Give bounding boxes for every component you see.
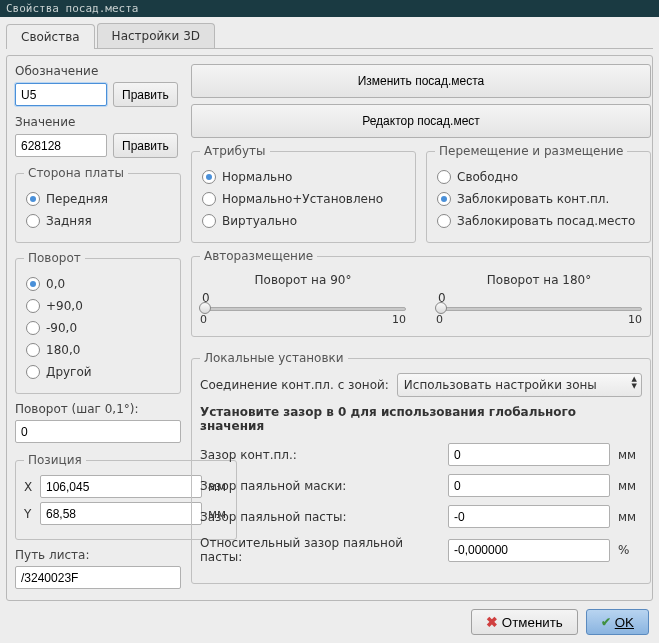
autoplace-legend: Авторазмещение (200, 249, 317, 263)
radio-dot-icon (437, 214, 451, 228)
paste-ratio-unit: % (618, 543, 642, 557)
side-front-radio[interactable]: Передняя (24, 188, 172, 210)
rot90-label: Поворот на 90° (200, 273, 406, 287)
sheet-path-label: Путь листа: (15, 548, 181, 562)
radio-dot-icon (437, 192, 451, 206)
designation-edit-button[interactable]: Править (113, 82, 178, 107)
radio-dot-icon (202, 214, 216, 228)
designation-label: Обозначение (15, 64, 181, 78)
slider-thumb-icon (435, 302, 447, 314)
radio-dot-icon (26, 299, 40, 313)
pos-y-label: Y (24, 507, 36, 521)
rotation-step-label: Поворот (шаг 0,1°): (15, 402, 181, 416)
tab-properties[interactable]: Свойства (6, 24, 95, 49)
mask-clearance-input[interactable] (448, 474, 610, 497)
spinner-icon: ▲▼ (632, 376, 637, 390)
attr-normal-installed-radio[interactable]: Нормально+Установлено (200, 188, 407, 210)
tab-bar: Свойства Настройки 3D (6, 23, 653, 49)
window-title: Свойства посад.места (6, 2, 138, 15)
paste-clearance-label: Зазор паяльной пасты: (200, 510, 440, 524)
title-bar: Свойства посад.места (0, 0, 659, 17)
radio-dot-icon (26, 321, 40, 335)
footprint-editor-button[interactable]: Редактор посад.мест (191, 104, 651, 138)
radio-dot-icon (26, 343, 40, 357)
autoplace-group: Авторазмещение Поворот на 90° 0 010 Пово… (191, 249, 651, 337)
pos-x-input[interactable] (40, 475, 202, 498)
designation-input[interactable] (15, 83, 107, 106)
zone-conn-label: Соединение конт.пл. с зоной: (200, 378, 389, 392)
rot-180-radio[interactable]: 180,0 (24, 339, 172, 361)
ok-icon: ✔ (601, 615, 611, 629)
rotation-group: Поворот 0,0 +90,0 -90,0 180,0 Другой (15, 251, 181, 394)
ok-button[interactable]: ✔ OK (586, 609, 649, 635)
pos-y-input[interactable] (40, 502, 202, 525)
rot180-value: 0 (438, 291, 642, 305)
pos-x-label: X (24, 480, 36, 494)
tab-content: Обозначение Править Значение Править Сто… (6, 55, 653, 601)
radio-dot-icon (202, 192, 216, 206)
attributes-group: Атрибуты Нормально Нормально+Установлено… (191, 144, 416, 243)
radio-dot-icon (437, 170, 451, 184)
rotation-step-input[interactable] (15, 420, 181, 443)
tab-settings-3d[interactable]: Настройки 3D (97, 23, 215, 48)
rot-other-radio[interactable]: Другой (24, 361, 172, 383)
move-lock-pad-radio[interactable]: Заблокировать конт.пл. (435, 188, 642, 210)
change-footprint-button[interactable]: Изменить посад.места (191, 64, 651, 98)
paste-clearance-unit: мм (618, 510, 642, 524)
local-settings-group: Локальные установки Соединение конт.пл. … (191, 351, 651, 584)
dialog-button-bar: ✖ Отменить ✔ OK (6, 601, 653, 637)
slider-thumb-icon (199, 302, 211, 314)
rot90-max: 10 (392, 313, 406, 326)
cancel-icon: ✖ (486, 614, 498, 630)
cancel-button[interactable]: ✖ Отменить (471, 609, 578, 635)
local-settings-legend: Локальные установки (200, 351, 348, 365)
paste-ratio-input[interactable] (448, 539, 610, 562)
move-lock-fp-radio[interactable]: Заблокировать посад.место (435, 210, 642, 232)
position-legend: Позиция (24, 453, 86, 467)
mask-clearance-unit: мм (618, 479, 642, 493)
pad-clearance-label: Зазор конт.пл.: (200, 448, 440, 462)
rot90-min: 0 (200, 313, 207, 326)
zone-conn-select[interactable]: Использовать настройки зоны ▲▼ (397, 373, 642, 397)
board-side-legend: Сторона платы (24, 166, 128, 180)
move-free-radio[interactable]: Свободно (435, 166, 642, 188)
rot-0-radio[interactable]: 0,0 (24, 273, 172, 295)
radio-dot-icon (26, 214, 40, 228)
rot90-value: 0 (202, 291, 406, 305)
rot180-slider[interactable] (436, 307, 642, 311)
attr-virtual-radio[interactable]: Виртуально (200, 210, 407, 232)
radio-dot-icon (26, 365, 40, 379)
rot-p90-radio[interactable]: +90,0 (24, 295, 172, 317)
value-edit-button[interactable]: Править (113, 133, 178, 158)
paste-ratio-label: Относительный зазор паяльной пасты: (200, 536, 440, 564)
left-column: Обозначение Править Значение Править Сто… (15, 64, 181, 592)
rot90-slider[interactable] (200, 307, 406, 311)
attr-normal-radio[interactable]: Нормально (200, 166, 407, 188)
side-back-radio[interactable]: Задняя (24, 210, 172, 232)
move-place-group: Перемещение и размещение Свободно Заблок… (426, 144, 651, 243)
dialog-body: Свойства Настройки 3D Обозначение Правит… (0, 17, 659, 643)
mask-clearance-label: Зазор паяльной маски: (200, 479, 440, 493)
board-side-group: Сторона платы Передняя Задняя (15, 166, 181, 243)
radio-dot-icon (26, 277, 40, 291)
radio-dot-icon (202, 170, 216, 184)
right-column: Изменить посад.места Редактор посад.мест… (191, 64, 651, 592)
value-input[interactable] (15, 134, 107, 157)
move-place-legend: Перемещение и размещение (435, 144, 627, 158)
sheet-path-input[interactable] (15, 566, 181, 589)
rot180-max: 10 (628, 313, 642, 326)
paste-clearance-input[interactable] (448, 505, 610, 528)
radio-dot-icon (26, 192, 40, 206)
pad-clearance-input[interactable] (448, 443, 610, 466)
rotation-legend: Поворот (24, 251, 85, 265)
attributes-legend: Атрибуты (200, 144, 270, 158)
zero-clearance-note: Установите зазор в 0 для использования г… (200, 405, 642, 433)
pad-clearance-unit: мм (618, 448, 642, 462)
rot180-label: Поворот на 180° (436, 273, 642, 287)
value-label: Значение (15, 115, 181, 129)
rot-m90-radio[interactable]: -90,0 (24, 317, 172, 339)
rot180-min: 0 (436, 313, 443, 326)
